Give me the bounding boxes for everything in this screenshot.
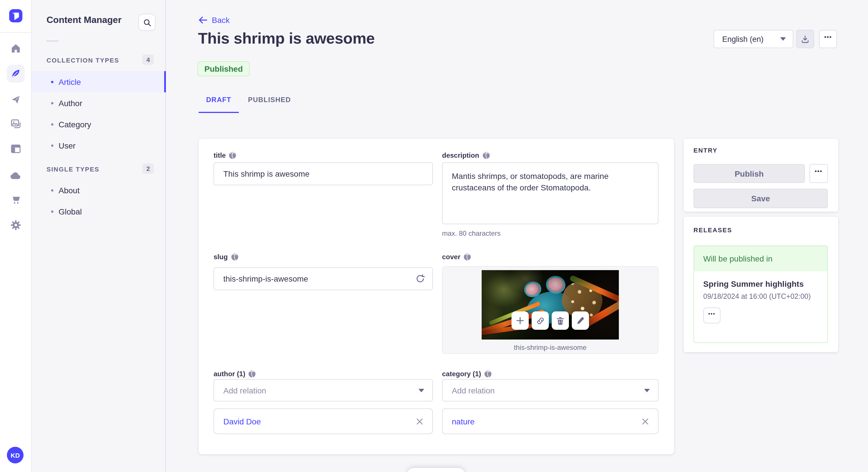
avatar[interactable]: KD [7, 447, 24, 463]
send-icon[interactable] [10, 94, 22, 105]
cloud-icon[interactable] [10, 170, 22, 182]
field-label-text: title [214, 151, 226, 160]
author-add-relation-combobox[interactable]: Add relation [214, 379, 433, 401]
plus-icon [516, 316, 524, 325]
sidebar-item-label: User [59, 141, 75, 150]
combobox-placeholder: Add relation [452, 386, 495, 395]
tab-draft[interactable]: DRAFT [198, 88, 239, 112]
content-manager-nav-active[interactable] [7, 65, 25, 82]
field-label-text: author (1) [214, 370, 245, 378]
release-card: Will be published in Spring Summer highl… [693, 245, 828, 343]
slug-input[interactable] [214, 267, 433, 290]
regenerate-slug-icon[interactable] [415, 274, 425, 283]
bullet-icon [51, 144, 53, 146]
description-textarea[interactable]: Mantis shrimps, or stomatopods, are mari… [442, 162, 658, 224]
avatar-initials: KD [11, 452, 20, 459]
back-label: Back [212, 15, 229, 25]
collection-types-count: 4 [143, 55, 154, 65]
cover-box: this-shrimp-is-awesome [442, 266, 658, 354]
nav-rail: KD [0, 0, 32, 472]
cover-field-label: cover [442, 253, 471, 261]
strapi-logo[interactable] [9, 9, 22, 22]
cover-edit-button[interactable] [572, 311, 589, 330]
floating-action-bar[interactable] [407, 468, 465, 472]
sidebar-item-label: Global [59, 207, 82, 216]
release-more-button[interactable]: ••• [703, 307, 720, 324]
sidebar-item-label: About [59, 186, 80, 195]
combobox-placeholder: Add relation [223, 386, 266, 395]
entry-panel: ENTRY Publish ••• Save [684, 139, 838, 212]
globe-icon [231, 254, 238, 260]
cover-delete-button[interactable] [552, 311, 569, 330]
header-more-button[interactable]: ••• [819, 30, 837, 48]
single-types-label: SINGLE TYPES [46, 166, 99, 173]
content-manager-feather-icon [10, 68, 21, 79]
category-add-relation-combobox[interactable]: Add relation [442, 379, 658, 401]
locale-select[interactable]: English (en) [714, 30, 794, 48]
tab-active-underline [198, 112, 239, 113]
home-icon[interactable] [10, 42, 22, 55]
search-button[interactable] [138, 14, 156, 31]
tab-published-label: PUBLISHED [248, 96, 291, 104]
bullet-icon [51, 80, 53, 83]
entry-form-card: title description Mantis shrimps, or sto… [198, 139, 674, 454]
back-link[interactable]: Back [198, 15, 229, 25]
cart-icon[interactable] [10, 193, 22, 205]
bullet-icon [51, 102, 53, 104]
publish-button[interactable]: Publish [693, 164, 805, 183]
tab-published[interactable]: PUBLISHED [248, 88, 291, 112]
close-icon[interactable] [416, 418, 423, 425]
bullet-icon [51, 189, 53, 191]
collection-types-label: COLLECTION TYPES [46, 57, 119, 64]
release-status-strip: Will be published in [694, 246, 827, 271]
sidebar-item-user[interactable]: User [32, 135, 166, 156]
description-helper: max. 80 characters [442, 229, 501, 237]
sidebar-item-article[interactable]: Article [32, 71, 166, 92]
sidebar-item-category[interactable]: Category [32, 113, 166, 135]
subnav-divider [46, 41, 59, 41]
pencil-icon [577, 316, 584, 325]
ellipsis-icon: ••• [815, 171, 823, 175]
entry-panel-title: ENTRY [693, 147, 718, 154]
cover-add-button[interactable] [512, 311, 529, 330]
media-library-icon[interactable] [10, 118, 22, 130]
save-button[interactable]: Save [693, 189, 828, 208]
bullet-icon [51, 210, 53, 212]
close-icon[interactable] [642, 418, 649, 425]
layout-icon[interactable] [10, 143, 22, 155]
author-relation-item: David Doe [214, 408, 433, 434]
category-relation-link[interactable]: nature [452, 417, 474, 426]
title-field-label: title [214, 151, 236, 160]
strapi-logo-square [14, 12, 19, 17]
author-field-label: author (1) [214, 370, 256, 378]
link-icon [536, 316, 545, 325]
sidebar-item-author[interactable]: Author [32, 92, 166, 113]
cover-image[interactable] [482, 270, 619, 339]
globe-icon [483, 152, 489, 159]
single-types-count: 2 [143, 164, 154, 174]
status-badge-label: Published [205, 64, 243, 73]
author-relation-link[interactable]: David Doe [223, 417, 261, 426]
sidebar-item-about[interactable]: About [32, 179, 166, 201]
page-title: This shrimp is awesome [198, 30, 375, 47]
globe-icon [249, 370, 256, 377]
cover-caption: this-shrimp-is-awesome [443, 343, 658, 351]
field-label-text: category (1) [442, 370, 481, 378]
cover-copy-link-button[interactable] [532, 311, 549, 330]
category-relation-item: nature [442, 408, 658, 434]
chevron-down-icon [780, 37, 786, 41]
publish-button-label: Publish [735, 169, 764, 178]
export-button[interactable] [796, 30, 814, 48]
subnav-title: Content Manager [46, 15, 121, 25]
title-input[interactable] [214, 162, 433, 185]
gear-icon[interactable] [10, 219, 22, 231]
release-status-label: Will be published in [703, 254, 772, 263]
vignette [482, 270, 619, 339]
sidebar-item-label: Article [59, 77, 81, 86]
globe-icon [464, 254, 471, 260]
tab-draft-label: DRAFT [206, 96, 231, 104]
sidebar-item-global[interactable]: Global [32, 201, 166, 222]
ellipsis-icon: ••• [708, 313, 716, 317]
release-name: Spring Summer highlights [703, 279, 818, 289]
entry-more-button[interactable]: ••• [809, 164, 828, 183]
